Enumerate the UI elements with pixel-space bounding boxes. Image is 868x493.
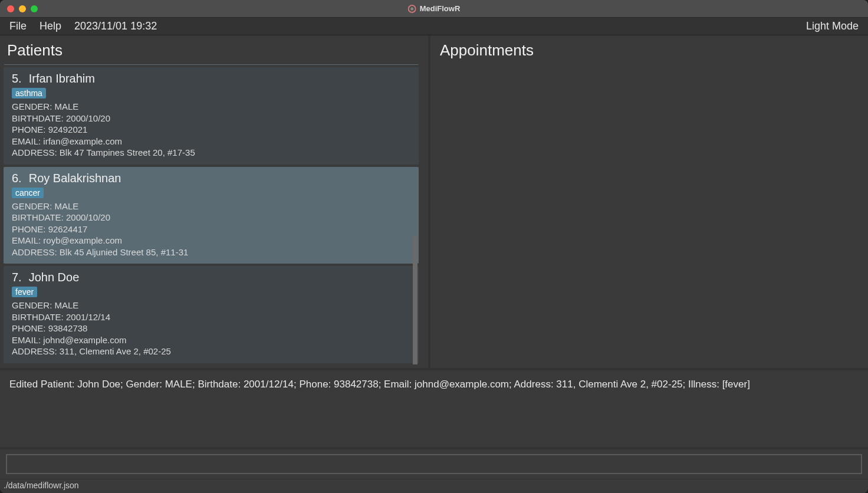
- field-label: PHONE:: [12, 124, 46, 134]
- command-input[interactable]: [6, 454, 862, 474]
- patients-list[interactable]: EMAIL: lidavid@example.com ADDRESS: Blk …: [4, 64, 419, 364]
- field-label: ADDRESS:: [12, 247, 57, 257]
- patient-name: John Doe: [29, 271, 80, 284]
- statusbar: ./data/mediflowr.json: [0, 479, 868, 493]
- patient-index: 5.: [12, 72, 22, 86]
- patient-card[interactable]: 6.Roy Balakrishnan cancer GENDER: MALE B…: [4, 167, 419, 264]
- patient-gender: MALE: [55, 300, 79, 310]
- patient-name: Irfan Ibrahim: [29, 72, 95, 86]
- field-label: ADDRESS:: [12, 147, 57, 157]
- patient-index: 7.: [12, 271, 22, 284]
- field-label: EMAIL:: [12, 235, 41, 245]
- patient-birthdate: 2000/10/20: [66, 212, 110, 222]
- patient-phone: 92624417: [48, 224, 88, 234]
- timestamp-label: 2023/11/01 19:32: [74, 20, 157, 32]
- field-label: PHONE:: [12, 224, 46, 234]
- output-text: Edited Patient: John Doe; Gender: MALE; …: [9, 379, 859, 390]
- patient-gender: MALE: [55, 201, 79, 211]
- patient-address: Blk 47 Tampines Street 20, #17-35: [60, 147, 195, 157]
- patients-title: Patients: [4, 39, 428, 64]
- patient-name: Roy Balakrishnan: [29, 172, 121, 185]
- patient-card[interactable]: 7.John Doe fever GENDER: MALE BIRTHDATE:…: [4, 266, 419, 363]
- patient-gender: MALE: [55, 101, 79, 111]
- window-title-text: MediFlowR: [420, 4, 461, 13]
- field-label: GENDER:: [12, 201, 52, 211]
- field-label: BIRTHDATE:: [12, 212, 64, 222]
- window-title: MediFlowR: [408, 4, 461, 13]
- patient-email: royb@example.com: [43, 235, 122, 245]
- minimize-icon[interactable]: [19, 5, 26, 12]
- svg-point-1: [410, 7, 413, 10]
- patient-email: irfan@example.com: [43, 136, 122, 146]
- data-file-path: ./data/mediflowr.json: [4, 481, 79, 490]
- maximize-icon[interactable]: [31, 5, 38, 12]
- help-menu[interactable]: Help: [40, 20, 61, 32]
- field-label: PHONE:: [12, 323, 46, 333]
- field-label: BIRTHDATE:: [12, 312, 64, 322]
- illness-tag: fever: [12, 287, 37, 297]
- content-area: Patients EMAIL: lidavid@example.com ADDR…: [0, 35, 868, 368]
- patients-panel: Patients EMAIL: lidavid@example.com ADDR…: [0, 35, 430, 368]
- illness-tag: cancer: [12, 188, 44, 198]
- field-label: ADDRESS:: [12, 346, 57, 356]
- patient-phone: 93842738: [48, 323, 88, 333]
- patient-email: johnd@example.com: [43, 335, 126, 345]
- theme-toggle[interactable]: Light Mode: [806, 20, 859, 32]
- patient-birthdate: 2001/12/14: [66, 312, 110, 322]
- patient-birthdate: 2000/10/20: [66, 113, 110, 123]
- patient-phone: 92492021: [48, 124, 88, 134]
- app-icon: [408, 5, 416, 13]
- patient-address: Blk 45 Aljunied Street 85, #11-31: [60, 247, 188, 257]
- patient-address: 311, Clementi Ave 2, #02-25: [60, 346, 171, 356]
- illness-tag: asthma: [12, 88, 46, 98]
- field-label: GENDER:: [12, 300, 52, 310]
- output-area: Edited Patient: John Doe; Gender: MALE; …: [0, 368, 868, 447]
- appointments-panel: Appointments: [430, 35, 868, 368]
- scrollbar-thumb[interactable]: [413, 235, 417, 364]
- titlebar: MediFlowR: [0, 0, 868, 18]
- file-menu[interactable]: File: [9, 20, 27, 32]
- command-row: [0, 447, 868, 479]
- appointments-title: Appointments: [436, 39, 862, 64]
- patient-card[interactable]: 5.Irfan Ibrahim asthma GENDER: MALE BIRT…: [4, 67, 419, 165]
- close-icon[interactable]: [7, 5, 14, 12]
- field-label: GENDER:: [12, 101, 52, 111]
- app-window: MediFlowR File Help 2023/11/01 19:32 Lig…: [0, 0, 868, 493]
- field-label: BIRTHDATE:: [12, 113, 64, 123]
- patient-index: 6.: [12, 172, 22, 185]
- window-controls: [0, 5, 38, 12]
- field-label: EMAIL:: [12, 136, 41, 146]
- patient-card[interactable]: EMAIL: lidavid@example.com ADDRESS: Blk …: [4, 64, 419, 65]
- menubar: File Help 2023/11/01 19:32 Light Mode: [0, 18, 868, 35]
- field-label: EMAIL:: [12, 335, 41, 345]
